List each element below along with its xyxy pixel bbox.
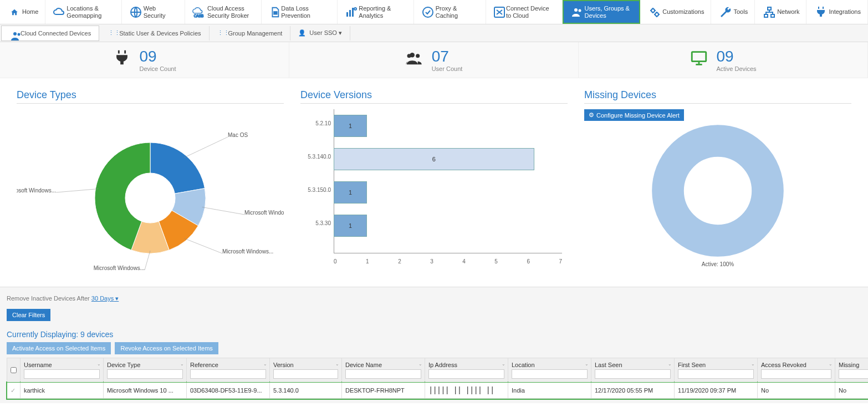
home-icon — [7, 4, 22, 20]
filter-input[interactable] — [595, 369, 671, 379]
sort-icon[interactable]: ⌄ — [502, 362, 506, 367]
filter-input[interactable] — [678, 369, 754, 379]
topnav-item-integrations[interactable]: Integrations — [806, 0, 867, 24]
ring-label: Active: 100% — [584, 261, 851, 267]
subnav-label: Cloud Connected Devices — [21, 30, 91, 37]
filter-input[interactable] — [512, 369, 588, 379]
bar-row: 1 — [334, 209, 568, 242]
cell: No — [758, 383, 835, 399]
topnav-item-cloud-access-security-broker[interactable]: CASBCloud Access Security Broker — [185, 0, 262, 24]
sort-icon[interactable]: ⌄ — [180, 362, 184, 367]
topnav-item-home[interactable]: Home — [0, 0, 45, 24]
cell: 5.3.140.0 — [270, 383, 342, 399]
activate-access-button[interactable]: Activate Access on Selected Items — [7, 342, 111, 354]
subnav-user-sso[interactable]: 👤User SSO ▾ — [290, 26, 350, 40]
col-ip-address[interactable]: Ip Address⌄ — [425, 358, 508, 383]
gears-icon: ⚙ — [589, 111, 594, 119]
topnav-item-data-loss-prevention[interactable]: Data Loss Prevention — [262, 0, 338, 24]
topnav-item-connect-device-to-cloud[interactable]: Connect Device to Cloud — [486, 0, 563, 24]
clear-filters-button[interactable]: Clear Filters — [7, 309, 50, 321]
stat-user-count: 07 User Count — [289, 42, 579, 78]
filter-input[interactable] — [839, 369, 868, 379]
col-label: Version⌄ — [273, 362, 338, 368]
col-version[interactable]: Version⌄ — [270, 358, 342, 383]
filter-input[interactable] — [190, 369, 266, 379]
stat-device-count: 09 Device Count — [0, 42, 289, 78]
topnav-item-network[interactable]: Network — [755, 0, 806, 24]
bar-row: 1 — [334, 109, 568, 143]
col-access-revoked[interactable]: Access Revoked⌄ — [758, 358, 835, 383]
col-location[interactable]: Location⌄ — [508, 358, 591, 383]
currently-displaying: Currently Displaying: 9 devices — [7, 330, 861, 339]
topnav-item-proxy-caching[interactable]: Proxy & Caching — [414, 0, 486, 24]
donut-chart: Mac OSMicrosoft Windows...Microsoft Wind… — [17, 109, 284, 276]
svg-line-30 — [56, 189, 98, 192]
sort-icon[interactable]: ⌄ — [263, 362, 267, 367]
col-last-seen[interactable]: Last Seen⌄ — [591, 358, 675, 383]
nav-label: Web Security — [144, 5, 178, 18]
cloud-icon — [52, 4, 67, 20]
nav-label: Cloud Access Security Broker — [207, 5, 254, 18]
filter-input[interactable] — [428, 369, 504, 379]
col-missing[interactable]: Missing⌄ — [835, 358, 869, 383]
device-types-panel: Device Types Mac OSMicrosoft Windows...M… — [17, 89, 284, 276]
stat-value: 09 — [139, 48, 176, 65]
col-device-type[interactable]: Device Type⌄ — [104, 358, 187, 383]
panel-title: Missing Devices — [584, 89, 851, 104]
bar-row: 1 — [334, 176, 568, 209]
bar-category: 5.3.140.0 — [300, 154, 331, 160]
proxy-icon — [421, 4, 436, 20]
svg-rect-5 — [352, 8, 354, 17]
subnav-cloud-connected-devices[interactable]: Cloud Connected Devices — [1, 26, 99, 41]
table-row[interactable]: ✓karthickMicrosoft Windows 10 ...03D6340… — [7, 383, 869, 399]
device-versions-panel: Device Versions 5.2.1015.3.140.065.3.150… — [300, 89, 568, 276]
col-reference[interactable]: Reference⌄ — [187, 358, 270, 383]
gears-icon — [647, 4, 662, 20]
topnav-item-tools[interactable]: Tools — [711, 0, 755, 24]
nav-label: Locations & Geomapping — [67, 5, 115, 18]
stat-value: 09 — [716, 48, 756, 65]
col-username[interactable]: Username⌄ — [21, 358, 104, 383]
revoke-access-button[interactable]: Revoke Access on Selected Items — [115, 342, 218, 354]
sort-icon[interactable]: ⌄ — [585, 362, 589, 367]
bar-category: 5.3.150.0 — [300, 187, 331, 193]
stat-active-devices: 09 Active Devices — [579, 42, 868, 78]
configure-alert-button[interactable]: ⚙ Configure Missing Device Alert — [584, 109, 684, 121]
sort-icon[interactable]: ⌄ — [751, 362, 755, 367]
bar-category: 5.3.30 — [300, 220, 331, 226]
col-device-name[interactable]: Device Name⌄ — [342, 358, 425, 383]
svg-rect-3 — [346, 12, 348, 17]
cell: India — [508, 383, 591, 399]
subnav-static-user-devices-policies[interactable]: ⋮⋮Static User & Devices Policies — [100, 26, 209, 40]
svg-line-22 — [184, 137, 228, 157]
subnav-label: Static User & Devices Policies — [119, 30, 201, 37]
subnav-group-management[interactable]: ⋮⋮Group Management — [210, 26, 291, 40]
doc-icon — [268, 4, 282, 20]
sort-icon[interactable]: ⌄ — [335, 362, 339, 367]
col-first-seen[interactable]: First Seen⌄ — [675, 358, 758, 383]
topnav-item-users-groups-devices[interactable]: Users, Groups & Devices — [563, 0, 641, 24]
sort-icon[interactable]: ⌄ — [97, 362, 101, 367]
select-all-checkbox[interactable] — [11, 367, 17, 374]
svg-text:Microsoft Windows...: Microsoft Windows... — [244, 210, 284, 216]
nav-label: Reporting & Analytics — [359, 5, 407, 18]
svg-line-24 — [202, 207, 244, 215]
remove-days-dropdown[interactable]: 30 Days ▾ — [91, 295, 119, 302]
topnav-item-reporting-analytics[interactable]: Reporting & Analytics — [338, 0, 414, 24]
col-label: Access Revoked⌄ — [761, 362, 831, 368]
filter-input[interactable] — [107, 369, 183, 379]
filter-input[interactable] — [273, 369, 338, 379]
topnav-item-web-security[interactable]: Web Security — [122, 0, 185, 24]
col-label: Last Seen⌄ — [595, 362, 671, 368]
sort-icon[interactable]: ⌄ — [418, 362, 422, 367]
chart-row: Device Types Mac OSMicrosoft Windows...M… — [0, 78, 868, 287]
bar: 1 — [334, 215, 367, 237]
filter-input[interactable] — [345, 369, 421, 379]
topnav-item-customizations[interactable]: Customizations — [640, 0, 711, 24]
dots-icon: ⋮⋮ — [108, 29, 120, 36]
sort-icon[interactable]: ⌄ — [829, 362, 833, 367]
topnav-item-locations-geomapping[interactable]: Locations & Geomapping — [45, 0, 122, 24]
filter-input[interactable] — [761, 369, 831, 379]
sort-icon[interactable]: ⌄ — [668, 362, 672, 367]
filter-input[interactable] — [24, 369, 100, 379]
